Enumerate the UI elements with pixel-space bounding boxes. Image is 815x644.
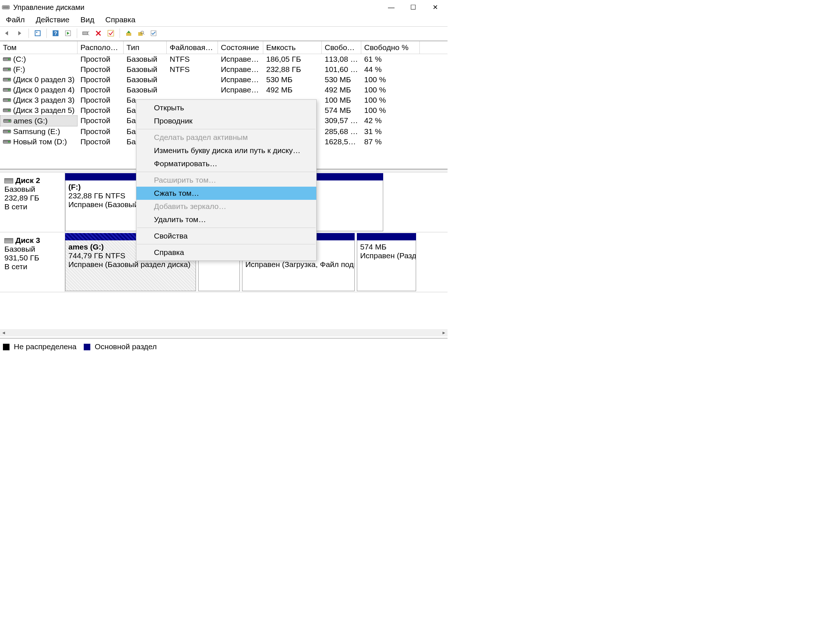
- partition-status: Исправен (Разде: [360, 251, 413, 260]
- column-filesystem[interactable]: Файловая с…: [167, 41, 218, 54]
- legend-unallocated: Не распределена: [3, 342, 77, 351]
- cm-explorer[interactable]: Проводник: [136, 114, 316, 127]
- toolbar-separator: [29, 29, 29, 38]
- connect-icon[interactable]: [81, 28, 91, 38]
- partition[interactable]: 574 МБИсправен (Разде: [357, 233, 416, 291]
- up-icon[interactable]: [124, 28, 134, 38]
- volume-layout: Простой: [77, 136, 124, 147]
- disk-info[interactable]: Диск 3Базовый931,50 ГБВ сети: [0, 232, 65, 292]
- maximize-button[interactable]: ☐: [402, 0, 424, 15]
- cm-properties[interactable]: Свойства: [136, 229, 316, 242]
- disk-status: В сети: [5, 262, 62, 271]
- svg-rect-1: [3, 6, 9, 8]
- volume-pct: 100 %: [361, 105, 420, 115]
- volume-pct: 100 %: [361, 75, 420, 85]
- volume-status: Исправен…: [218, 64, 263, 75]
- disk-icon: [5, 238, 13, 243]
- volume-icon: [3, 109, 11, 112]
- volume-row[interactable]: (Диск 0 раздел 3)ПростойБазовыйИсправен……: [0, 75, 447, 85]
- help-icon[interactable]: ?: [51, 28, 61, 38]
- column-capacity[interactable]: Емкость: [263, 41, 322, 54]
- column-type[interactable]: Тип: [124, 41, 167, 54]
- volume-name: Samsung (E:): [13, 127, 60, 136]
- volume-row[interactable]: (Диск 0 раздел 4)ПростойБазовыйИсправен……: [0, 85, 447, 95]
- run-icon[interactable]: [63, 28, 73, 38]
- cm-extend: Расширить том…: [136, 173, 316, 187]
- legend-unallocated-label: Не распределена: [14, 342, 77, 351]
- delete-icon[interactable]: [93, 28, 103, 38]
- partition-status: Исправен (Базовый раздел диска): [68, 260, 193, 269]
- cm-separator: [137, 129, 315, 129]
- volume-icon: [3, 119, 11, 123]
- disk-name: Диск 3: [15, 236, 40, 244]
- volume-name: (Диск 3 раздел 3): [13, 96, 75, 104]
- volume-pct: 44 %: [361, 64, 420, 75]
- partition-stripe: [357, 233, 416, 240]
- volume-capacity: 186,05 ГБ: [263, 54, 322, 64]
- cm-format[interactable]: Форматировать…: [136, 157, 316, 170]
- partition-status: Исправен (Загрузка, Файл подка: [245, 260, 351, 269]
- volume-pct: 100 %: [361, 85, 420, 95]
- menu-file[interactable]: Файл: [6, 15, 25, 24]
- disk-status: В сети: [5, 202, 62, 211]
- back-icon[interactable]: [2, 28, 12, 38]
- volume-layout: Простой: [77, 95, 124, 105]
- horizontal-scrollbar[interactable]: ◄ ►: [0, 329, 447, 336]
- svg-rect-9: [126, 33, 131, 36]
- volume-pct: 100 %: [361, 95, 420, 105]
- cm-open[interactable]: Открыть: [136, 101, 316, 114]
- cm-separator: [137, 228, 315, 228]
- volume-free: 492 МБ: [322, 85, 361, 95]
- close-button[interactable]: ✕: [424, 0, 446, 15]
- column-status[interactable]: Состояние: [218, 41, 263, 54]
- volume-name: (Диск 0 раздел 4): [13, 86, 75, 94]
- search-icon[interactable]: [136, 28, 146, 38]
- volume-name: (Диск 3 раздел 5): [13, 106, 75, 115]
- column-free-pct[interactable]: Свободно %: [361, 41, 420, 54]
- menu-action[interactable]: Действие: [36, 15, 69, 24]
- window-title: Управление дисками: [13, 3, 85, 12]
- volume-icon: [3, 140, 11, 144]
- volume-pct: 42 %: [361, 115, 420, 126]
- volume-fs: [167, 75, 218, 85]
- volume-free: 113,08 ГБ: [322, 54, 361, 64]
- volume-fs: NTFS: [167, 54, 218, 64]
- disk-icon: [5, 178, 13, 183]
- volume-row[interactable]: (C:)ПростойБазовыйNTFSИсправен…186,05 ГБ…: [0, 54, 447, 64]
- volume-type: Базовый: [124, 85, 167, 95]
- volume-pct: 87 %: [361, 136, 420, 147]
- volume-icon: [3, 98, 11, 102]
- toolbar-separator: [77, 29, 77, 38]
- cm-help[interactable]: Справка: [136, 246, 316, 259]
- column-volume[interactable]: Том: [0, 41, 77, 54]
- scroll-right-icon[interactable]: ►: [440, 329, 447, 336]
- forward-icon[interactable]: [15, 28, 25, 38]
- volume-name: (F:): [13, 65, 25, 74]
- volume-status: Исправен…: [218, 75, 263, 85]
- menu-view[interactable]: Вид: [80, 15, 94, 24]
- disk-info[interactable]: Диск 2Базовый232,89 ГБВ сети: [0, 172, 65, 232]
- svg-rect-8: [108, 30, 114, 36]
- volume-icon: [3, 130, 11, 133]
- scroll-left-icon[interactable]: ◄: [0, 329, 7, 336]
- cm-shrink[interactable]: Сжать том…: [136, 187, 316, 200]
- volume-pct: 61 %: [361, 54, 420, 64]
- options-icon[interactable]: [148, 28, 159, 38]
- menu-help[interactable]: Справка: [105, 15, 135, 24]
- volume-layout: Простой: [77, 64, 124, 75]
- minimize-button[interactable]: —: [380, 0, 402, 15]
- disk-type: Базовый: [5, 185, 62, 193]
- swatch-unallocated: [3, 344, 9, 350]
- volume-row[interactable]: (F:)ПростойБазовыйNTFSИсправен…232,88 ГБ…: [0, 64, 447, 75]
- volume-free: 100 МБ: [322, 95, 361, 105]
- cm-delete[interactable]: Удалить том…: [136, 213, 316, 226]
- check-icon[interactable]: [106, 28, 116, 38]
- properties-icon[interactable]: [32, 28, 43, 38]
- volume-free: 574 МБ: [322, 105, 361, 115]
- column-free[interactable]: Свобод…: [322, 41, 361, 54]
- cm-change-letter[interactable]: Изменить букву диска или путь к диску…: [136, 144, 316, 157]
- column-layout[interactable]: Располож…: [77, 41, 124, 54]
- volume-name: (Диск 0 раздел 3): [13, 75, 75, 84]
- volume-type: Базовый: [124, 64, 167, 75]
- volume-fs: [167, 85, 218, 95]
